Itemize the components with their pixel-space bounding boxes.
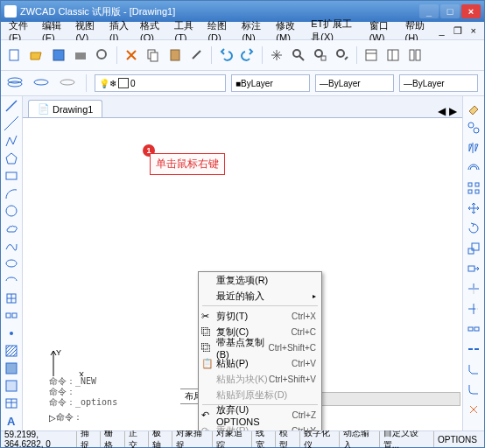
- menu-edit[interactable]: 编辑(E): [38, 19, 71, 43]
- menu-help[interactable]: 帮助(H): [401, 19, 435, 43]
- maximize-button[interactable]: □: [440, 4, 460, 18]
- menu-window[interactable]: 窗口(W): [365, 19, 401, 43]
- toolpalette-icon[interactable]: [404, 45, 425, 66]
- model-toggle[interactable]: 模型: [275, 431, 299, 447]
- ctx-copybase[interactable]: ⿻带基点复制(B)Ctrl+Shift+C: [199, 340, 321, 355]
- explode-icon[interactable]: [463, 400, 484, 419]
- zoom-window-icon[interactable]: [310, 45, 331, 66]
- stretch-icon[interactable]: [463, 259, 484, 278]
- hatch-icon[interactable]: [1, 342, 22, 359]
- minimize-button[interactable]: _: [419, 4, 439, 18]
- properties-icon[interactable]: [361, 45, 382, 66]
- lwt-toggle[interactable]: 线宽: [251, 431, 275, 447]
- menu-tools[interactable]: 工具(T): [170, 19, 203, 43]
- break-icon[interactable]: [463, 319, 484, 339]
- mtext-icon[interactable]: A: [1, 412, 22, 429]
- new-icon[interactable]: [4, 45, 25, 66]
- snap-toggle[interactable]: 捕捉: [76, 431, 100, 447]
- ctx-repeat[interactable]: 重复选项(R): [199, 272, 321, 288]
- erase-icon[interactable]: [463, 98, 484, 117]
- drawing-canvas[interactable]: 1 单击鼠标右键 YX ⏮ ◀ ▶ ⏭ Model 布局1 布局2 命令：_NE…: [23, 118, 462, 430]
- line-icon[interactable]: [1, 98, 22, 115]
- insert-icon[interactable]: [1, 290, 22, 306]
- menu-view[interactable]: 视图(V): [71, 19, 104, 43]
- close-button[interactable]: ×: [461, 4, 481, 18]
- polyline-icon[interactable]: [1, 133, 22, 150]
- cut-icon[interactable]: [121, 45, 142, 66]
- redo-icon[interactable]: [237, 45, 258, 66]
- array-icon[interactable]: [463, 178, 484, 198]
- copy-icon[interactable]: [143, 45, 164, 66]
- layer-manager-icon[interactable]: [4, 73, 25, 94]
- scale-icon[interactable]: [463, 239, 484, 258]
- file-tab[interactable]: 📄Drawing1: [28, 100, 102, 117]
- ctx-recent[interactable]: 最近的输入▸: [199, 288, 321, 304]
- join-icon[interactable]: [463, 340, 484, 359]
- zoom-realtime-icon[interactable]: [288, 45, 309, 66]
- trim-icon[interactable]: [463, 279, 484, 298]
- draw-toolbar: A: [1, 96, 23, 430]
- menu-dim[interactable]: 标注(N): [237, 19, 271, 43]
- ellipse-icon[interactable]: [1, 256, 22, 272]
- preview-icon[interactable]: [92, 45, 113, 66]
- doc-close-button[interactable]: ×: [467, 25, 481, 36]
- save-icon[interactable]: [48, 45, 69, 66]
- move-icon[interactable]: [463, 199, 484, 218]
- layer-dropdown[interactable]: 💡❄0: [95, 74, 226, 92]
- xline-icon[interactable]: [1, 116, 22, 132]
- rotate-icon[interactable]: [463, 219, 484, 238]
- fillet-icon[interactable]: [463, 380, 484, 399]
- paste-icon[interactable]: [165, 45, 186, 66]
- spline-icon[interactable]: [1, 238, 22, 255]
- open-icon[interactable]: [26, 45, 47, 66]
- point-icon[interactable]: [1, 325, 22, 341]
- layer-prev-icon[interactable]: [31, 73, 52, 94]
- copyobj-icon[interactable]: [463, 118, 484, 137]
- region-icon[interactable]: [1, 377, 22, 394]
- osnap-toggle[interactable]: 对象捕捉: [172, 431, 212, 447]
- linetype-dropdown[interactable]: — ByLayer: [315, 74, 394, 92]
- otrack-toggle[interactable]: 对象追踪: [212, 431, 252, 447]
- print-icon[interactable]: [70, 45, 91, 66]
- layer-states-icon[interactable]: [57, 73, 78, 94]
- chamfer-icon[interactable]: [463, 360, 484, 379]
- offset-icon[interactable]: [463, 158, 484, 178]
- circle-icon[interactable]: [1, 203, 22, 220]
- extend-icon[interactable]: [463, 299, 484, 318]
- block-icon[interactable]: [1, 307, 22, 324]
- lineweight-dropdown[interactable]: — ByLayer: [399, 74, 478, 92]
- doc-min-button[interactable]: _: [434, 25, 448, 36]
- rectangle-icon[interactable]: [1, 168, 22, 185]
- menu-draw[interactable]: 绘图(D): [203, 19, 237, 43]
- ctx-cut[interactable]: ✂剪切(T)Ctrl+X: [199, 308, 321, 324]
- arc-icon[interactable]: [1, 186, 22, 202]
- ctx-paste[interactable]: 📋粘贴(P)Ctrl+V: [199, 355, 321, 371]
- customize-button[interactable]: 自定义设置...: [379, 431, 433, 447]
- ortho-toggle[interactable]: 正交: [124, 431, 148, 447]
- tablet-toggle[interactable]: 数字化仪: [299, 431, 340, 447]
- dyn-toggle[interactable]: 动态输入: [339, 431, 379, 447]
- color-dropdown[interactable]: ■ ByLayer: [231, 74, 310, 92]
- mirror-icon[interactable]: [463, 138, 484, 158]
- menu-format[interactable]: 格式(O): [136, 19, 170, 43]
- options-label[interactable]: OPTIONS: [433, 431, 481, 447]
- pan-icon[interactable]: [266, 45, 287, 66]
- doc-restore-button[interactable]: ❐: [449, 25, 467, 37]
- menu-modify[interactable]: 修改(M): [271, 19, 306, 43]
- undo-icon[interactable]: [215, 45, 236, 66]
- zoom-prev-icon[interactable]: [332, 45, 353, 66]
- menu-insert[interactable]: 插入(I): [105, 19, 136, 43]
- match-icon[interactable]: [186, 45, 207, 66]
- ellipsearc-icon[interactable]: [1, 273, 22, 290]
- tab-nav-left[interactable]: ◀: [438, 105, 446, 117]
- designcenter-icon[interactable]: [383, 45, 404, 66]
- menu-file[interactable]: 文件(F): [4, 19, 38, 43]
- grid-toggle[interactable]: 栅格: [100, 431, 123, 447]
- ctx-undo[interactable]: ↶放弃(U) OPTIONSCtrl+Z: [199, 407, 321, 423]
- polar-toggle[interactable]: 极轴: [148, 431, 172, 447]
- gradient-icon[interactable]: [1, 360, 22, 376]
- revcloud-icon[interactable]: [1, 220, 22, 237]
- tab-nav-right[interactable]: ▶: [449, 105, 457, 117]
- table-icon[interactable]: [1, 395, 22, 411]
- polygon-icon[interactable]: [1, 150, 22, 167]
